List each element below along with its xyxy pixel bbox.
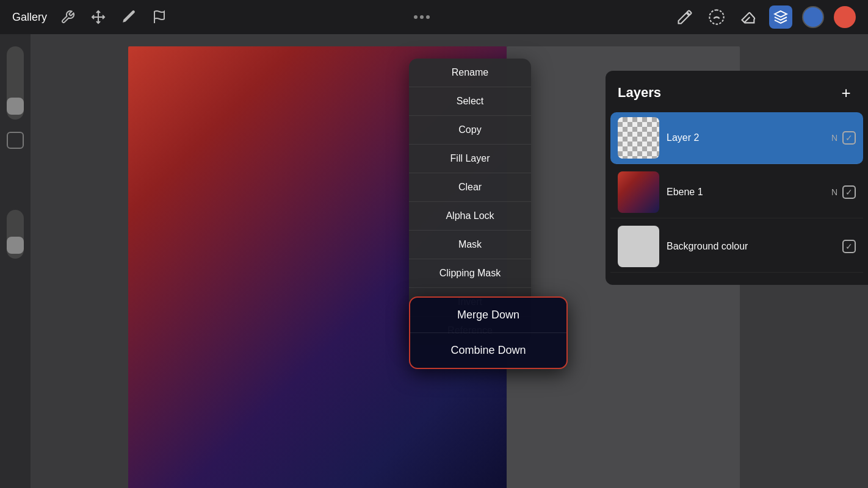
context-menu-item-clipping-mask[interactable]: Clipping Mask	[409, 259, 531, 288]
background-thumbnail	[618, 226, 659, 267]
layers-header: Layers +	[606, 71, 868, 112]
merge-combine-popup: Merge Down Combine Down	[409, 296, 568, 369]
toolbar-left: Gallery	[12, 7, 169, 27]
layers-add-button[interactable]: +	[836, 83, 856, 102]
context-menu-item-rename[interactable]: Rename	[409, 59, 531, 87]
smudge-tool-icon[interactable]	[706, 6, 728, 28]
merge-down-button[interactable]: Merge Down	[410, 298, 566, 333]
left-sidebar	[0, 34, 31, 488]
background-info: Background colour	[667, 241, 842, 252]
layer2-name: Layer 2	[667, 132, 699, 143]
context-menu-item-copy[interactable]: Copy	[409, 116, 531, 145]
canvas-area: Rename Select Copy Fill Layer Clear Alph…	[31, 34, 868, 488]
svg-marker-4	[775, 11, 787, 17]
ebene1-inner: Ebene 1 N	[618, 171, 856, 213]
ebene1-thumbnail	[618, 171, 659, 213]
top-toolbar: Gallery	[0, 0, 868, 34]
sidebar-shape-icon[interactable]	[7, 132, 24, 149]
dot-2	[420, 15, 424, 19]
ebene1-mode: N	[831, 187, 837, 197]
svg-line-3	[744, 17, 750, 23]
layer2-info: Layer 2	[667, 132, 831, 143]
layer2-thumb-content	[618, 117, 659, 159]
user-avatar[interactable]	[834, 6, 856, 28]
wrench-icon[interactable]	[58, 7, 78, 27]
flag-icon[interactable]	[150, 7, 169, 27]
brush-tool-icon[interactable]	[674, 6, 696, 28]
transform-icon[interactable]	[89, 7, 108, 27]
ebene1-thumb-content	[618, 171, 659, 213]
layer2-visibility[interactable]	[842, 131, 856, 145]
brush-size-slider[interactable]	[7, 46, 24, 120]
context-menu-item-fill-layer[interactable]: Fill Layer	[409, 145, 531, 173]
layer-row-ebene1[interactable]: Ebene 1 N	[610, 167, 863, 218]
layer-row-layer2[interactable]: Layer 2 N	[610, 112, 863, 164]
opacity-thumb[interactable]	[7, 237, 24, 254]
context-menu-item-select[interactable]: Select	[409, 87, 531, 116]
layer2-mode: N	[831, 133, 837, 143]
context-menu-item-alpha-lock[interactable]: Alpha Lock	[409, 202, 531, 231]
background-thumb-content	[618, 226, 659, 267]
erase-tool-icon[interactable]	[737, 6, 759, 28]
combine-down-button[interactable]: Combine Down	[410, 333, 566, 368]
draw-icon[interactable]	[119, 7, 139, 27]
layer2-thumbnail	[618, 117, 659, 159]
brush-size-thumb[interactable]	[7, 98, 24, 115]
layers-panel: Layers + Layer 2 N	[606, 71, 868, 285]
background-inner: Background colour	[618, 226, 856, 267]
ebene1-info: Ebene 1	[667, 187, 831, 198]
dot-1	[414, 15, 418, 19]
opacity-slider[interactable]	[7, 210, 24, 259]
context-menu-item-clear[interactable]: Clear	[409, 173, 531, 202]
toolbar-center	[414, 15, 430, 19]
toolbar-right	[674, 5, 856, 29]
layers-title: Layers	[618, 85, 661, 101]
ebene1-name: Ebene 1	[667, 187, 703, 197]
layers-tool-icon[interactable]	[769, 5, 792, 29]
dot-3	[426, 15, 430, 19]
background-name: Background colour	[667, 241, 748, 251]
context-menu-item-mask[interactable]: Mask	[409, 231, 531, 259]
layer-row-background[interactable]: Background colour	[610, 221, 863, 273]
background-visibility[interactable]	[842, 240, 856, 253]
ebene1-visibility[interactable]	[842, 185, 856, 199]
gallery-button[interactable]: Gallery	[12, 11, 47, 24]
layer2-inner: Layer 2 N	[618, 117, 856, 159]
color-picker[interactable]	[802, 6, 824, 28]
